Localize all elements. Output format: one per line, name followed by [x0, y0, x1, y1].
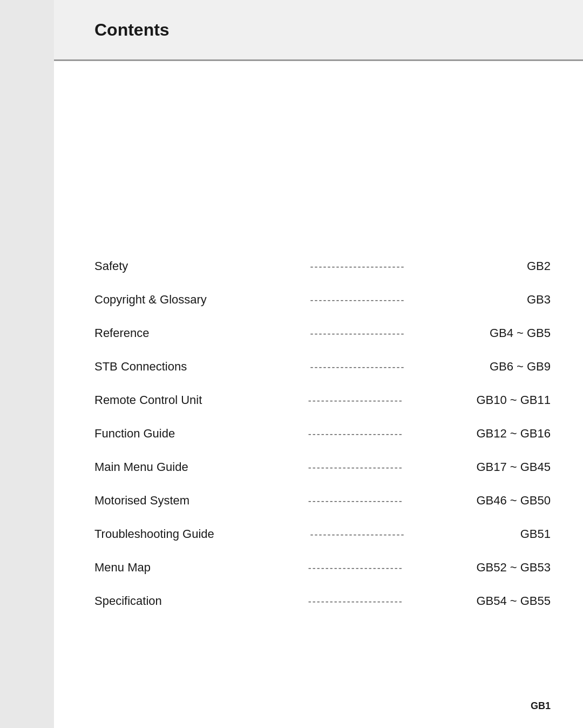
toc-row: Specification----------------------GB54 …	[94, 594, 551, 608]
toc-dots: ----------------------	[235, 563, 476, 574]
toc-dots: ----------------------	[235, 328, 480, 340]
toc-row: Main Menu Guide----------------------GB1…	[94, 460, 551, 474]
toc-row: STB Connections----------------------GB6…	[94, 360, 551, 374]
toc-label: Reference	[94, 326, 235, 340]
toc-label: Remote Control Unit	[94, 393, 235, 407]
toc-label: STB Connections	[94, 360, 235, 374]
toc-row: Function Guide----------------------GB12…	[94, 427, 551, 441]
toc-label: Motorised System	[94, 494, 235, 508]
toc-page: GB46 ~ GB50	[476, 494, 551, 508]
header-area: Contents	[54, 0, 583, 59]
toc-row: Motorised System----------------------GB…	[94, 494, 551, 508]
toc-dots: ----------------------	[235, 429, 476, 440]
toc-dots: ----------------------	[235, 529, 480, 541]
footer-page-number: GB1	[531, 700, 551, 712]
toc-row: Menu Map----------------------GB52 ~ GB5…	[94, 561, 551, 575]
toc-label: Main Menu Guide	[94, 460, 235, 474]
toc-dots: ----------------------	[235, 261, 480, 273]
toc-page: GB10 ~ GB11	[476, 393, 551, 407]
toc-label: Troubleshooting Guide	[94, 527, 235, 541]
toc-row: Safety----------------------GB2	[94, 259, 551, 273]
toc-row: Copyright & Glossary--------------------…	[94, 293, 551, 307]
toc-table: Safety----------------------GB2Copyright…	[94, 259, 551, 608]
content-area: Safety----------------------GB2Copyright…	[94, 86, 551, 685]
toc-page: GB12 ~ GB16	[476, 427, 551, 441]
toc-dots: ----------------------	[235, 295, 480, 306]
toc-row: Reference----------------------GB4 ~ GB5	[94, 326, 551, 340]
left-sidebar	[0, 0, 54, 728]
toc-page: GB6 ~ GB9	[480, 360, 551, 374]
toc-page: GB52 ~ GB53	[476, 561, 551, 575]
toc-label: Menu Map	[94, 561, 235, 575]
header-divider	[54, 59, 583, 61]
toc-page: GB54 ~ GB55	[476, 594, 551, 608]
toc-row: Troubleshooting Guide-------------------…	[94, 527, 551, 541]
toc-page: GB17 ~ GB45	[476, 460, 551, 474]
toc-dots: ----------------------	[235, 362, 480, 373]
toc-page: GB2	[480, 259, 551, 273]
toc-label: Safety	[94, 259, 235, 273]
toc-dots: ----------------------	[235, 496, 476, 507]
toc-label: Copyright & Glossary	[94, 293, 235, 307]
toc-page: GB3	[480, 293, 551, 307]
toc-page: GB4 ~ GB5	[480, 326, 551, 340]
toc-dots: ----------------------	[235, 596, 476, 608]
toc-label: Specification	[94, 594, 235, 608]
toc-dots: ----------------------	[235, 462, 476, 474]
page-title: Contents	[94, 20, 170, 40]
toc-label: Function Guide	[94, 427, 235, 441]
toc-page: GB51	[480, 527, 551, 541]
toc-dots: ----------------------	[235, 395, 476, 407]
toc-row: Remote Control Unit---------------------…	[94, 393, 551, 407]
